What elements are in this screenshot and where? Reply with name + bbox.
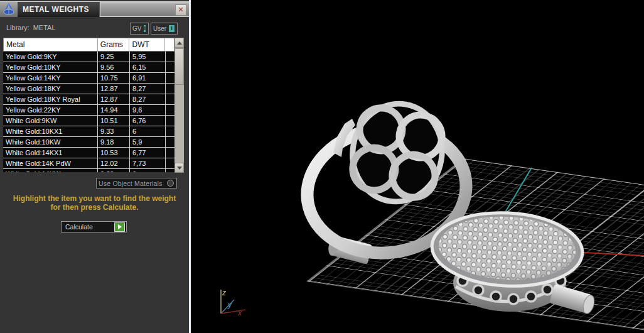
scroll-down-button[interactable] bbox=[174, 163, 184, 173]
table-row[interactable]: Yellow Gold:22KY 14.94 9,6 bbox=[3, 105, 174, 116]
library-value: METAL bbox=[33, 24, 56, 31]
user-button[interactable]: User I bbox=[151, 23, 178, 35]
gv-button[interactable]: GV I bbox=[130, 23, 149, 35]
library-row: Library:METAL GV I User I bbox=[0, 23, 189, 34]
app-window: z y x METAL WEIGHTS ✕ bbox=[0, 0, 644, 333]
metal-weights-panel: METAL WEIGHTS ✕ Library:METAL GV I User … bbox=[0, 0, 189, 333]
table-row[interactable]: White Gold:14KX1 10.53 6,77 bbox=[3, 148, 174, 158]
table-row[interactable]: Yellow Gold:14KY 10.75 6,91 bbox=[3, 73, 174, 84]
panel-viewport-divider[interactable] bbox=[189, 0, 191, 333]
calculate-go-icon[interactable] bbox=[114, 222, 125, 232]
arrow-down-icon bbox=[177, 166, 182, 170]
user-toggle-icon[interactable]: I bbox=[168, 25, 175, 33]
column-header-spare bbox=[165, 38, 174, 51]
close-button[interactable]: ✕ bbox=[175, 4, 186, 16]
close-icon: ✕ bbox=[178, 6, 183, 13]
titlebar-drag-area[interactable]: ✕ bbox=[100, 2, 189, 17]
column-header-metal: Metal bbox=[4, 38, 98, 51]
column-header-grams: Grams bbox=[98, 38, 130, 51]
triad-y-label: y bbox=[227, 300, 232, 309]
app-logo-icon bbox=[0, 2, 18, 17]
arrow-up-icon bbox=[177, 41, 182, 45]
ring-quatrefoil-dome bbox=[345, 97, 450, 209]
panel-titlebar[interactable]: METAL WEIGHTS ✕ bbox=[0, 1, 189, 17]
table-row[interactable]: Yellow Gold:18KY 12.87 8,27 bbox=[3, 84, 174, 94]
cplane-y-axis-line bbox=[502, 168, 532, 217]
scrollbar-thumb[interactable] bbox=[174, 48, 184, 85]
table-row[interactable]: White Gold:9KW 10.51 6,76 bbox=[3, 116, 174, 126]
instruction-text: Highlight the item you want to find the … bbox=[0, 194, 189, 212]
table-row[interactable]: Yellow Gold:9KY 9.25 5,95 bbox=[3, 52, 174, 62]
radio-circle-icon bbox=[167, 180, 174, 187]
table-row[interactable]: White Gold:10KW 9.18 5,9 bbox=[3, 137, 174, 148]
table-row[interactable]: White Gold:14K PdW 12.02 7,73 bbox=[3, 158, 174, 169]
triad-x-axis bbox=[221, 310, 245, 314]
calculate-button[interactable]: Calculate bbox=[61, 221, 127, 232]
gv-toggle-icon[interactable]: I bbox=[143, 25, 146, 33]
table-row-clipped[interactable]: White Gold:14KW 9.29 6 bbox=[3, 169, 174, 172]
triad-x-label: x bbox=[237, 308, 242, 317]
column-header-dwt: DWT bbox=[129, 38, 165, 51]
triad-z-label: z bbox=[222, 288, 226, 297]
library-label: Library:METAL bbox=[6, 24, 56, 31]
table-body: Yellow Gold:9KY 9.25 5,95 Yellow Gold:10… bbox=[3, 52, 174, 172]
axis-triad: z y x bbox=[221, 288, 245, 317]
table-row[interactable]: White Gold:10KX1 9.33 6 bbox=[3, 126, 174, 137]
panel-title: METAL WEIGHTS bbox=[23, 5, 89, 14]
table-header: Metal Grams DWT bbox=[3, 38, 174, 52]
use-object-materials-dropdown[interactable]: Use Object Materials bbox=[96, 178, 177, 188]
table-row[interactable]: Yellow Gold:18KY Royal 12.87 8,27 bbox=[3, 94, 174, 105]
table-scrollbar[interactable] bbox=[174, 38, 184, 173]
metal-table: Metal Grams DWT Yellow Gold:9KY 9.25 5,9… bbox=[3, 38, 174, 172]
scroll-up-button[interactable] bbox=[174, 38, 184, 48]
table-row[interactable]: Yellow Gold:10KY 9.56 6,15 bbox=[3, 62, 174, 73]
pave-disc-model[interactable] bbox=[430, 209, 596, 315]
disc-top bbox=[430, 209, 584, 290]
